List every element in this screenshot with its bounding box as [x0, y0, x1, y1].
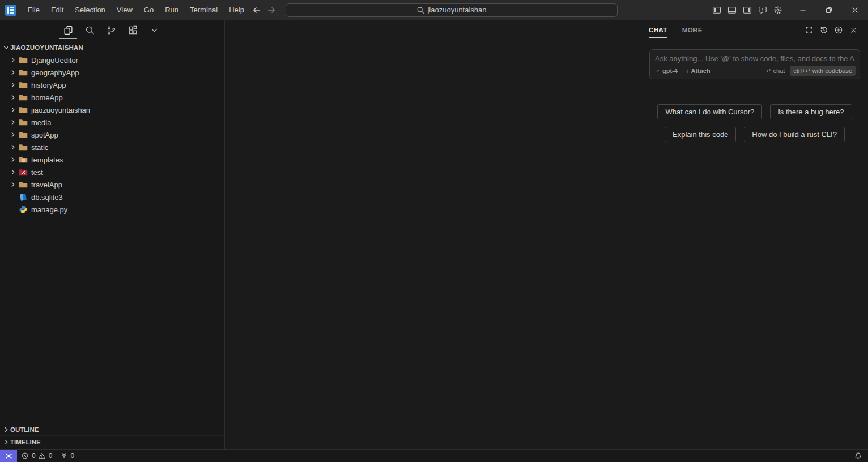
tree-item-label: spotApp	[31, 131, 58, 139]
error-icon	[21, 452, 29, 460]
menu-terminal[interactable]: Terminal	[184, 0, 223, 20]
menu-view[interactable]: View	[111, 0, 138, 20]
tree-item[interactable]: DjangoUeditor	[0, 54, 224, 66]
folder-icon	[19, 118, 28, 127]
restore-button[interactable]	[816, 0, 842, 20]
menu-selection[interactable]: Selection	[69, 0, 110, 20]
tree-item-label: static	[31, 143, 48, 152]
model-name: gpt-4	[662, 67, 678, 74]
chat-input[interactable]: Ask anything... Use '@' to show code, fi…	[649, 49, 860, 79]
tree-item[interactable]: manage.py	[0, 203, 224, 216]
tree-item-label: templates	[31, 156, 63, 164]
menu-run[interactable]: Run	[159, 0, 184, 20]
tree-item[interactable]: media	[0, 116, 224, 129]
menu-edit[interactable]: Edit	[45, 0, 69, 20]
sqlite-file-icon	[19, 192, 28, 202]
chevron-down-icon	[655, 68, 661, 74]
extensions-icon[interactable]	[126, 22, 140, 38]
tree-item[interactable]: spotApp	[0, 129, 224, 141]
tree-item[interactable]: static	[0, 141, 224, 153]
file-explorer-tree: JIAOZUOYUNTAISHAN DjangoUeditor geograph…	[0, 40, 224, 423]
model-selector[interactable]: gpt-4	[655, 67, 678, 74]
tree-item[interactable]: historyApp	[0, 79, 224, 91]
suggestion-button[interactable]: Explain this code	[665, 127, 736, 142]
suggestion-button[interactable]: Is there a bug here?	[770, 104, 852, 119]
chat-history-icon[interactable]	[816, 23, 831, 37]
radio-tower-icon	[60, 452, 68, 460]
chevron-right-icon	[9, 56, 19, 64]
error-count: 0	[32, 452, 36, 460]
toggle-panel-icon[interactable]	[724, 2, 739, 18]
ports-status[interactable]: 0	[56, 450, 78, 462]
tree-item[interactable]: templates	[0, 153, 224, 166]
menu-go[interactable]: Go	[138, 0, 159, 20]
tab-more[interactable]: MORE	[682, 21, 703, 39]
editor-area[interactable]	[225, 20, 641, 449]
codebase-hint-badge[interactable]: ctrl+↵ with codebase	[790, 66, 856, 76]
attach-button[interactable]: + Attach	[685, 67, 710, 75]
folder-icon	[19, 130, 28, 139]
titlebar: File Edit Selection View Go Run Terminal…	[0, 0, 868, 20]
activity-bar	[0, 20, 224, 40]
search-value: jiaozuoyuntaishan	[427, 6, 486, 14]
tab-chat[interactable]: CHAT	[649, 21, 667, 39]
settings-gear-icon[interactable]	[770, 2, 785, 18]
command-center-search[interactable]: jiaozuoyuntaishan	[286, 3, 618, 17]
tree-item-label: db.sqlite3	[31, 193, 63, 202]
ports-count: 0	[70, 452, 74, 460]
new-chat-icon[interactable]	[831, 23, 846, 37]
submit-chat-hint[interactable]: ↵ chat	[766, 67, 785, 75]
chevron-right-icon	[9, 156, 19, 164]
status-bar: 0 0 0	[0, 449, 868, 462]
feedback-icon[interactable]	[755, 2, 770, 18]
folder-icon	[19, 93, 28, 102]
remote-icon	[5, 452, 13, 460]
tree-item-label: homeApp	[31, 93, 63, 102]
remote-indicator[interactable]	[0, 450, 17, 462]
explorer-icon[interactable]	[61, 22, 75, 38]
navigate-forward-button[interactable]	[264, 3, 279, 18]
tree-item[interactable]: travelApp	[0, 178, 224, 191]
more-views-chevron-icon[interactable]	[147, 22, 161, 38]
warning-icon	[38, 452, 46, 460]
tree-item[interactable]: geographyApp	[0, 66, 224, 79]
chevron-right-icon	[9, 93, 19, 101]
chevron-right-icon	[2, 426, 10, 434]
source-control-icon[interactable]	[104, 22, 118, 38]
chevron-right-icon	[9, 118, 19, 126]
menu-help[interactable]: Help	[223, 0, 250, 20]
folder-icon	[19, 143, 28, 152]
toggle-secondary-sidebar-icon[interactable]	[739, 2, 755, 18]
toggle-primary-sidebar-icon[interactable]	[709, 2, 724, 18]
close-button[interactable]	[842, 0, 868, 20]
folder-test-icon	[19, 168, 28, 177]
tree-root[interactable]: JIAOZUOYUNTAISHAN	[0, 41, 224, 54]
suggestion-button[interactable]: How do I build a rust CLI?	[744, 127, 845, 142]
minimize-button[interactable]	[790, 0, 816, 20]
tree-root-label: JIAOZUOYUNTAISHAN	[10, 44, 83, 51]
suggestion-button[interactable]: What can I do with Cursor?	[657, 104, 762, 119]
outline-section[interactable]: OUTLINE	[0, 423, 224, 435]
close-chat-icon[interactable]	[846, 23, 861, 37]
chevron-right-icon	[9, 69, 19, 76]
folder-icon	[19, 80, 28, 89]
tree-item-label: test	[31, 168, 43, 177]
search-view-icon[interactable]	[83, 22, 97, 38]
menu-file[interactable]: File	[22, 0, 45, 20]
expand-chat-icon[interactable]	[802, 23, 816, 37]
notifications-bell[interactable]	[848, 450, 868, 462]
tree-item[interactable]: jiaozuoyuntaishan	[0, 104, 224, 116]
attach-label: Attach	[691, 67, 710, 74]
navigate-back-button[interactable]	[249, 3, 264, 18]
timeline-section[interactable]: TIMELINE	[0, 435, 224, 448]
tree-item[interactable]: test	[0, 166, 224, 178]
chevron-right-icon	[2, 438, 10, 446]
tree-item-label: manage.py	[31, 206, 67, 214]
tree-item-label: historyApp	[31, 81, 66, 89]
tree-item-label: geographyApp	[31, 69, 79, 77]
problems-status[interactable]: 0 0	[17, 450, 56, 462]
folder-icon	[19, 68, 28, 77]
tree-item[interactable]: db.sqlite3	[0, 191, 224, 203]
app-window: File Edit Selection View Go Run Terminal…	[0, 0, 868, 462]
tree-item[interactable]: homeApp	[0, 91, 224, 104]
